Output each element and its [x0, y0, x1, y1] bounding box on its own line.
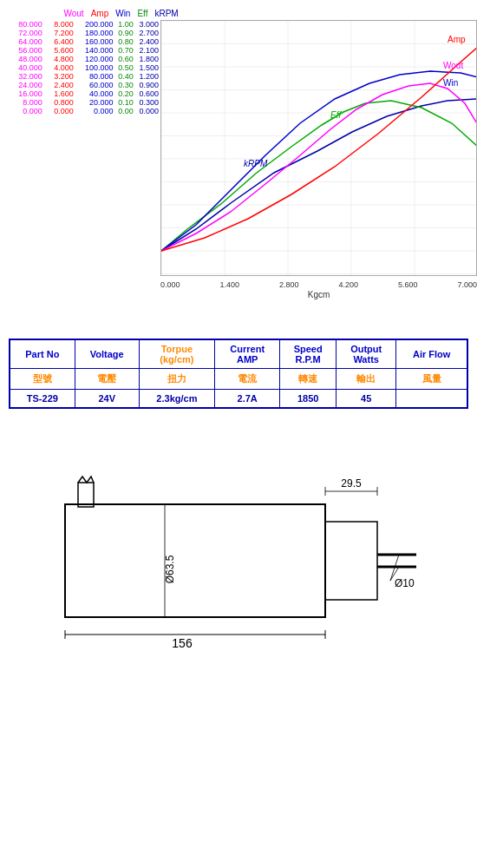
y-axis-krpm: 3.000 2.700 2.400 2.100 1.800 1.500 1.20… — [135, 20, 159, 299]
td-output: 45 — [336, 390, 395, 409]
svg-text:kRPM: kRPM — [244, 159, 268, 168]
x-axis-labels: 0.000 1.400 2.800 4.200 5.600 7.000 — [160, 280, 477, 289]
diagram-section: 156 Ø63.5 29.5 Ø10 — [9, 426, 468, 661]
td-cn-voltage: 電壓 — [75, 369, 139, 390]
td-part-no: TS-229 — [10, 390, 75, 409]
diagram-svg: 156 Ø63.5 29.5 Ø10 — [13, 426, 464, 661]
th-output: OutputWatts — [336, 339, 395, 369]
th-torque: Torpue(kg/cm) — [139, 339, 214, 369]
td-airflow — [396, 390, 467, 409]
svg-rect-27 — [78, 483, 94, 507]
dim-156: 156 — [172, 636, 193, 650]
th-voltage: Voltage — [75, 339, 139, 369]
chart-svg: kRPM Eff Amp Wout Win — [160, 20, 477, 276]
td-cn-part-no: 型號 — [10, 369, 75, 390]
chart-canvas: kRPM Eff Amp Wout Win 0.000 1.400 2.800 … — [160, 20, 477, 299]
th-current: CurrentAMP — [215, 339, 280, 369]
td-current: 2.7A — [215, 390, 280, 409]
chart-header-win: Win — [115, 9, 130, 18]
svg-rect-23 — [65, 504, 325, 617]
chart-header-amp: Amp — [91, 9, 109, 18]
y-axis-eff: 1.00 0.90 0.80 0.70 0.60 0.50 0.40 0.30 … — [114, 20, 133, 299]
td-speed: 1850 — [280, 390, 337, 409]
chart-header-eff: Eff — [137, 9, 147, 18]
svg-rect-24 — [325, 522, 377, 600]
td-cn-current: 電流 — [215, 369, 280, 390]
th-airflow: Air Flow — [396, 339, 467, 369]
dim-63-5: Ø63.5 — [164, 555, 176, 583]
svg-text:Wout: Wout — [443, 61, 463, 70]
x-axis-title: Kgcm — [160, 290, 477, 299]
chart-header-wout: Wout — [63, 9, 83, 18]
chart-section: Wout Amp Win Eff kRPM 80.000 72.000 64.0… — [0, 0, 477, 330]
chart-header-krpm: kRPM — [154, 9, 178, 18]
th-speed: SpeedR.P.M — [280, 339, 337, 369]
dim-10: Ø10 — [395, 577, 415, 589]
td-cn-speed: 轉速 — [280, 369, 337, 390]
svg-text:Amp: Amp — [448, 35, 466, 44]
td-torque: 2.3kg/cm — [139, 390, 214, 409]
svg-text:Eff: Eff — [330, 110, 342, 120]
y-axis-amp: 8.000 7.200 6.400 5.600 4.800 4.000 3.20… — [44, 20, 74, 299]
td-cn-torque: 扭力 — [139, 369, 214, 390]
specs-table: Part No Voltage Torpue(kg/cm) CurrentAMP… — [9, 339, 468, 409]
y-axis-win: 200.000 180.000 160.000 140.000 120.000 … — [75, 20, 114, 299]
td-voltage: 24V — [75, 390, 139, 409]
table-section: Part No Voltage Torpue(kg/cm) CurrentAMP… — [9, 339, 468, 409]
td-cn-airflow: 風量 — [396, 369, 467, 390]
dim-29-5: 29.5 — [341, 477, 362, 490]
td-cn-output: 輸出 — [336, 369, 395, 390]
y-axis-wout: 80.000 72.000 64.000 56.000 48.000 40.00… — [9, 20, 42, 299]
svg-text:Win: Win — [443, 78, 458, 88]
th-part-no: Part No — [10, 339, 75, 369]
